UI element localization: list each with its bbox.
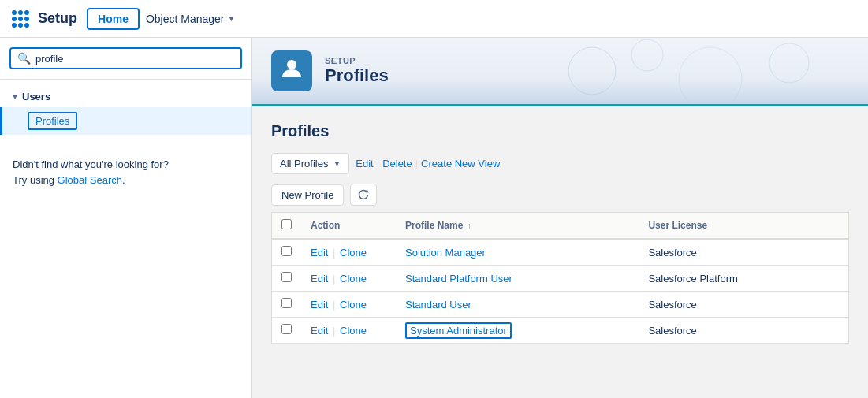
- home-nav-link[interactable]: Home: [87, 8, 140, 30]
- row-action-cell: Edit | Clone: [301, 239, 396, 266]
- row-profile-link-2[interactable]: Standard User: [405, 299, 471, 311]
- row-profile-name-cell: Standard Platform User: [396, 266, 639, 292]
- content-area: SETUP Profiles Profiles All Profiles ▼ E…: [252, 38, 868, 398]
- filter-sep-1: |: [377, 158, 379, 169]
- row-clone-link-2[interactable]: Clone: [340, 299, 367, 311]
- table-row: Edit | CloneStandard UserSalesforce: [272, 292, 849, 318]
- action-pipe: |: [330, 273, 338, 285]
- profiles-table: Action Profile Name ↑ User License Edit …: [271, 212, 849, 344]
- row-user-license-cell: Salesforce: [639, 239, 848, 266]
- top-nav: Setup Home Object Manager ▼: [0, 0, 868, 38]
- filter-create-link[interactable]: Create New View: [421, 158, 500, 169]
- action-pipe: |: [330, 247, 338, 259]
- row-action-cell: Edit | Clone: [301, 318, 396, 344]
- hero-icon-wrap: [271, 50, 312, 91]
- col-header-action: Action: [301, 213, 396, 240]
- row-edit-link-3[interactable]: Edit: [311, 325, 328, 337]
- page-title: Profiles: [271, 122, 849, 140]
- search-bar: 🔍: [0, 38, 251, 80]
- view-select-button[interactable]: All Profiles ▼: [271, 153, 349, 174]
- row-checkbox-2[interactable]: [281, 298, 292, 308]
- row-edit-link-0[interactable]: Edit: [311, 247, 328, 259]
- row-checkbox-cell: [272, 292, 302, 318]
- row-clone-link-1[interactable]: Clone: [340, 273, 367, 285]
- row-checkbox-3[interactable]: [281, 324, 292, 334]
- dots-grid: [12, 10, 29, 28]
- row-checkbox-0[interactable]: [281, 246, 292, 256]
- hint-line2-prefix: Try using: [13, 174, 58, 186]
- hero-banner: SETUP Profiles: [252, 38, 868, 106]
- table-row: Edit | CloneSolution ManagerSalesforce: [272, 239, 849, 266]
- sidebar-section-users: ▾ Users Profiles: [0, 80, 251, 141]
- users-section-header[interactable]: ▾ Users: [0, 86, 251, 107]
- view-select-label: All Profiles: [280, 158, 328, 169]
- row-edit-link-1[interactable]: Edit: [311, 273, 328, 285]
- object-manager-button[interactable]: Object Manager ▼: [146, 13, 236, 25]
- row-profile-name-cell: Standard User: [396, 292, 639, 318]
- col-header-profile-name[interactable]: Profile Name ↑: [396, 213, 639, 240]
- profiles-item-label: Profiles: [28, 112, 77, 130]
- filter-links: Edit | Delete | Create New View: [356, 158, 500, 169]
- row-action-cell: Edit | Clone: [301, 292, 396, 318]
- table-row: Edit | CloneSystem AdministratorSalesfor…: [272, 318, 849, 344]
- row-checkbox-cell: [272, 318, 302, 344]
- hero-text: SETUP Profiles: [325, 56, 389, 86]
- action-pipe: |: [330, 299, 338, 311]
- hero-setup-label: SETUP: [325, 56, 389, 65]
- row-checkbox-cell: [272, 239, 302, 266]
- sort-asc-icon: ↑: [468, 221, 471, 230]
- filter-row: All Profiles ▼ Edit | Delete | Create Ne…: [271, 153, 849, 174]
- row-checkbox-1[interactable]: [281, 272, 292, 282]
- row-clone-link-0[interactable]: Clone: [340, 247, 367, 259]
- collapse-icon: ▾: [13, 91, 17, 102]
- action-row: New Profile: [271, 184, 849, 206]
- row-user-license-cell: Salesforce: [639, 318, 848, 344]
- filter-delete-link[interactable]: Delete: [382, 158, 412, 169]
- page-content: Profiles All Profiles ▼ Edit | Delete | …: [252, 106, 868, 359]
- row-edit-link-2[interactable]: Edit: [311, 299, 328, 311]
- row-profile-name-cell: System Administrator: [396, 318, 639, 344]
- sidebar-hint: Didn't find what you're looking for? Try…: [0, 141, 251, 203]
- app-name: Setup: [38, 10, 77, 27]
- row-profile-link-0[interactable]: Solution Manager: [405, 247, 486, 259]
- row-clone-link-3[interactable]: Clone: [340, 325, 367, 337]
- row-user-license-cell: Salesforce Platform: [639, 266, 848, 292]
- col-header-user-license: User License: [639, 213, 848, 240]
- new-profile-button[interactable]: New Profile: [271, 184, 344, 206]
- filter-sep-2: |: [415, 158, 418, 169]
- row-action-cell: Edit | Clone: [301, 266, 396, 292]
- refresh-button[interactable]: [350, 184, 377, 206]
- users-section-label: Users: [22, 91, 50, 102]
- col-header-checkbox: [272, 213, 302, 240]
- sidebar-item-profiles[interactable]: Profiles: [0, 107, 251, 135]
- svg-point-0: [287, 60, 296, 69]
- select-all-checkbox[interactable]: [281, 219, 292, 229]
- row-checkbox-cell: [272, 266, 302, 292]
- hero-title: Profiles: [325, 65, 389, 86]
- table-row: Edit | CloneStandard Platform UserSalesf…: [272, 266, 849, 292]
- search-icon: 🔍: [17, 52, 31, 65]
- view-chevron-icon: ▼: [333, 159, 341, 168]
- sidebar: 🔍 ▾ Users Profiles Didn't find what you'…: [0, 38, 252, 398]
- chevron-down-icon: ▼: [228, 14, 236, 23]
- row-profile-link-1[interactable]: Standard Platform User: [405, 273, 512, 285]
- app-launcher-icon[interactable]: [9, 8, 32, 30]
- row-user-license-cell: Salesforce: [639, 292, 848, 318]
- action-pipe: |: [330, 325, 338, 337]
- hint-line1: Didn't find what you're looking for?: [13, 158, 169, 170]
- row-profile-link-3[interactable]: System Administrator: [405, 322, 512, 339]
- object-manager-label: Object Manager: [146, 13, 225, 25]
- hint-period: .: [122, 174, 125, 186]
- global-search-link[interactable]: Global Search: [58, 174, 122, 186]
- filter-edit-link[interactable]: Edit: [356, 158, 373, 169]
- profile-icon: [280, 57, 304, 86]
- search-input[interactable]: [35, 53, 234, 65]
- row-profile-name-cell: Solution Manager: [396, 239, 639, 266]
- search-input-wrap: 🔍: [9, 47, 242, 69]
- main-layout: 🔍 ▾ Users Profiles Didn't find what you'…: [0, 38, 868, 398]
